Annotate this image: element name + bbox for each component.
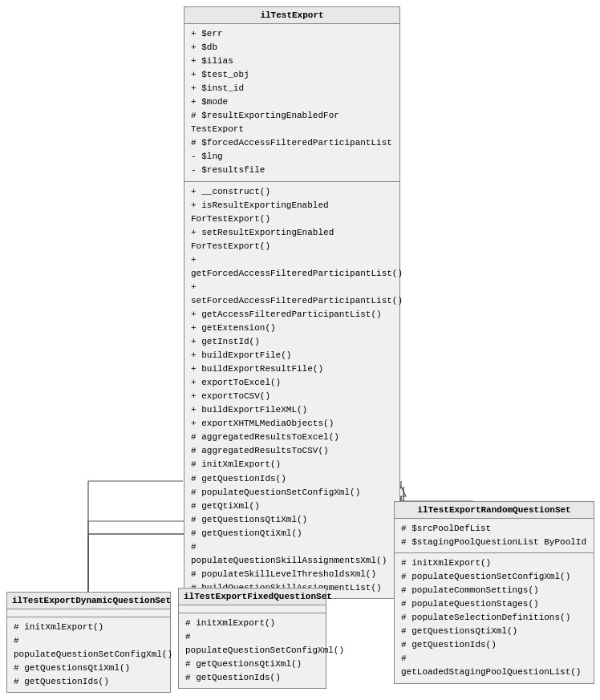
method-line: # getQuestionIds() (185, 671, 319, 685)
method-line: # getQuestionsQtiXml() (14, 662, 164, 675)
method-line: + buildExportFile() (191, 349, 393, 362)
method-line: # populateSelectionDefinitions() (401, 611, 587, 625)
method-line: + exportToExcel() (191, 376, 393, 390)
method-line: # initXmlExport() (191, 458, 393, 471)
method-line: + buildExportResultFile() (191, 362, 393, 376)
method-line: + __construct() (191, 185, 393, 199)
attr-line: - $lng (191, 150, 393, 164)
random-class-title: ilTestExportRandomQuestionSet (395, 502, 594, 519)
method-line: + getInstId() (191, 335, 393, 349)
attr-line: # $srcPoolDefList (401, 522, 587, 536)
main-class-title: ilTestExport (184, 7, 399, 24)
method-line: # getQuestionsQtiXml() (185, 658, 319, 671)
main-class-attributes: + $err + $db + $ilias + $test_obj + $ins… (184, 24, 399, 182)
attr-line: # $stagingPoolQuestionList ByPoolId (401, 536, 587, 549)
method-line: # populateQuestionStages() (401, 597, 587, 611)
method-line: + isResultExportingEnabled ForTestExport… (191, 199, 393, 226)
attr-line: # $forcedAccessFilteredParticipantList (191, 136, 393, 150)
method-line: # populateQuestionSetConfigXml() (401, 570, 587, 584)
method-line: # populateQuestionSetConfigXml() (14, 634, 164, 662)
dynamic-class-box: ilTestExportDynamicQuestionSet # initXml… (6, 592, 171, 693)
random-class-box: ilTestExportRandomQuestionSet # $srcPool… (394, 501, 594, 684)
method-line: # initXmlExport() (401, 556, 587, 570)
attr-line: + $db (191, 41, 393, 55)
method-line: # populateQuestionSetConfigXml() (185, 630, 319, 658)
method-line: # initXmlExport() (185, 617, 319, 630)
attr-line: - $resultsfile (191, 164, 393, 177)
method-line: # populateCommonSettings() (401, 584, 587, 597)
main-class-methods: + __construct() + isResultExportingEnabl… (184, 182, 399, 598)
method-line: # aggregatedResultsToExcel() (191, 431, 393, 444)
method-line: + getForcedAccessFilteredParticipantList… (191, 253, 393, 281)
method-line: # getQuestionIds() (191, 472, 393, 486)
fixed-class-box: ilTestExportFixedQuestionSet # initXmlEx… (178, 588, 326, 689)
method-line: # populateQuestionSkillAssignmentsXml() (191, 540, 393, 568)
diagram-container: ilTestExport + $err + $db + $ilias + $te… (0, 0, 600, 700)
dynamic-class-title: ilTestExportDynamicQuestionSet (7, 593, 170, 609)
method-line: + buildExportFileXML() (191, 403, 393, 417)
method-line: + getExtension() (191, 322, 393, 335)
method-line: # getQuestionIds() (401, 638, 587, 652)
attr-line: + $ilias (191, 55, 393, 68)
attr-line: + $err (191, 27, 393, 41)
fixed-class-attributes (179, 605, 326, 613)
method-line: # populateQuestionSetConfigXml() (191, 486, 393, 500)
method-line: + setForcedAccessFilteredParticipantList… (191, 281, 393, 308)
dynamic-class-attributes (7, 609, 170, 617)
method-line: # aggregatedResultsToCSV() (191, 444, 393, 458)
method-line: # getQuestionsQtiXml() (401, 625, 587, 638)
fixed-class-title: ilTestExportFixedQuestionSet (179, 589, 326, 605)
random-class-attributes: # $srcPoolDefList # $stagingPoolQuestion… (395, 519, 594, 553)
attr-line: + $inst_id (191, 82, 393, 95)
fixed-class-methods: # initXmlExport() # populateQuestionSetC… (179, 613, 326, 688)
method-line: # initXmlExport() (14, 621, 164, 634)
attr-line: + $mode (191, 95, 393, 109)
method-line: # getLoadedStagingPoolQuestionList() (401, 652, 587, 679)
method-line: + exportXHTMLMediaObjects() (191, 417, 393, 431)
random-class-methods: # initXmlExport() # populateQuestionSetC… (395, 553, 594, 682)
method-line: + setResultExportingEnabled ForTestExpor… (191, 226, 393, 253)
main-class-box: ilTestExport + $err + $db + $ilias + $te… (184, 6, 400, 599)
method-line: # getQtiXml() (191, 500, 393, 513)
dynamic-class-methods: # initXmlExport() # populateQuestionSetC… (7, 617, 170, 692)
attr-line: + $test_obj (191, 68, 393, 82)
method-line: + getAccessFilteredParticipantList() (191, 308, 393, 322)
method-line: # getQuestionQtiXml() (191, 527, 393, 540)
method-line: # getQuestionsQtiXml() (191, 513, 393, 527)
attr-line: # $resultExportingEnabledFor TestExport (191, 109, 393, 136)
method-line: + exportToCSV() (191, 390, 393, 403)
method-line: # populateSkillLevelThresholdsXml() (191, 568, 393, 581)
method-line: # getQuestionIds() (14, 675, 164, 689)
